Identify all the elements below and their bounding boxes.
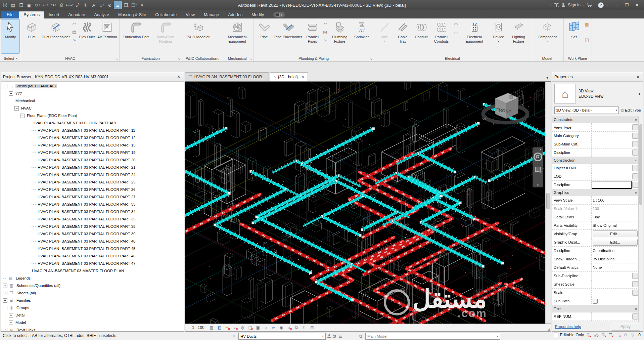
open-icon[interactable]: ❒ (17, 1, 25, 9)
property-value[interactable]: Show Original (592, 221, 639, 229)
active-workset-select[interactable]: HV-Ducts ▾ (238, 333, 326, 340)
collapse-icon[interactable]: − (14, 106, 19, 111)
panel-label-mechanical[interactable]: Mechanical↘ (222, 55, 253, 61)
parallel-conduits-button[interactable]: Parallel Conduits (431, 19, 452, 53)
component-button[interactable]: Component▾ (533, 19, 562, 53)
sign-in-dropdown-icon[interactable]: ▾ (583, 4, 585, 7)
analytical-model-off-icon[interactable]: ⊿✕ (286, 325, 292, 331)
ribbon-tab-modify[interactable]: Modify (247, 11, 268, 18)
switch-windows-icon[interactable]: ❏▾ (130, 1, 138, 9)
tree-item[interactable]: ▤Legends (1, 274, 184, 282)
collapse-icon[interactable]: − (26, 121, 30, 125)
ribbon-tab-manage[interactable]: Manage (199, 11, 223, 18)
tree-item[interactable]: HVAC PLAN- BASEMENT 03 PARTIAL FLOOR PAR… (1, 223, 184, 230)
viewport-scrollbar-thumb[interactable] (546, 193, 550, 209)
tree-item[interactable]: +Model (1, 319, 184, 326)
ribbon-tab-collaborate[interactable]: Collaborate (151, 11, 181, 18)
tree-item[interactable]: +??? (1, 90, 184, 97)
wire-button[interactable]: Wire▾ (375, 19, 394, 53)
dialog-launcher-icon[interactable]: ↘ (178, 57, 180, 61)
property-value[interactable] (592, 280, 632, 288)
expand-icon[interactable]: + (3, 328, 7, 332)
associate-parameter-button[interactable] (632, 313, 638, 320)
properties-title-bar[interactable]: Properties ✕ (552, 72, 643, 82)
project-browser-close-icon[interactable]: ✕ (176, 75, 182, 79)
property-value[interactable] (592, 312, 632, 321)
tree-item[interactable]: HVAC PLAN- BASEMENT 03 PARTIAL FLOOR PAR… (1, 141, 184, 149)
property-value[interactable]: None (592, 263, 639, 271)
multi-point-routing-button[interactable]: Multi-Point Routing (151, 19, 180, 53)
set-work-plane-button[interactable]: Set (565, 19, 583, 53)
scale-detail-level-icon[interactable]: ▦ (209, 325, 215, 331)
qat-customize-icon[interactable]: ▾ (138, 1, 146, 9)
property-value[interactable] (592, 164, 632, 172)
editable-dimension-icon[interactable]: ⤢✕ (593, 333, 599, 337)
collapse-icon[interactable]: − (3, 84, 7, 88)
tree-item[interactable]: HVAC PLAN- BASEMENT 03 PARTIAL FLOOR PAR… (1, 164, 184, 171)
temporary-view-properties-icon[interactable]: ⧉ (293, 325, 300, 331)
property-value[interactable] (592, 148, 632, 157)
expand-icon[interactable]: + (9, 91, 13, 96)
associate-parameter-button[interactable] (632, 150, 638, 156)
properties-help-link[interactable]: Properties help (555, 325, 581, 329)
expand-icon[interactable]: + (9, 313, 13, 317)
property-value[interactable] (592, 123, 632, 131)
tree-item[interactable]: −Floor Plans (EDC-Floor Plan) (1, 112, 184, 119)
filter-icon[interactable]: ▽ (630, 333, 636, 337)
ribbon-tab-insert[interactable]: Insert (44, 11, 63, 18)
restore-button[interactable]: ❐ (622, 1, 632, 9)
type-selector[interactable]: ⌂ 3D View EDC-3D View ▾ (552, 82, 643, 106)
conduit-button[interactable]: Conduit (412, 19, 430, 53)
aligned-dimension-icon[interactable]: ⤢ (74, 1, 81, 9)
sync-with-central-icon[interactable]: ⟳▾ (34, 1, 41, 9)
collapse-icon[interactable]: − (20, 114, 25, 118)
text-icon[interactable]: A (90, 1, 97, 9)
panel-label-fabrication[interactable]: Fabrication↘ (120, 55, 181, 61)
associate-parameter-button[interactable] (632, 281, 638, 287)
ribbon-tab-view[interactable]: View (181, 11, 199, 18)
tree-item[interactable]: HVAC PLAN- BASEMENT 03 PARTIAL FLOOR PAR… (1, 238, 184, 245)
collapse-icon[interactable]: − (9, 99, 13, 103)
editable-tag-icon[interactable]: ⌺✕ (600, 333, 606, 337)
search-icon[interactable] (554, 3, 559, 7)
panel-label-hvac[interactable]: HVAC↘ (21, 55, 119, 61)
type-combo[interactable]: 3D View: {3D - belal} ▾ (554, 107, 619, 114)
collapse-icon[interactable]: − (3, 306, 7, 310)
expand-icon[interactable]: + (3, 284, 7, 288)
fabrication-part-button[interactable]: Fabrication Part (121, 19, 150, 53)
property-value[interactable]: By Discipline (592, 255, 639, 263)
convert-to-flex-duct-icon[interactable]: ∿ (71, 36, 78, 43)
design-option-select[interactable]: Main Model ▾ (365, 333, 500, 340)
edit-button[interactable]: Edit... (593, 230, 638, 237)
parallel-pipes-button[interactable]: Parallel Pipes (304, 19, 322, 53)
resize-grip-icon[interactable]: ◢ (547, 327, 550, 331)
account-icon[interactable] (562, 3, 565, 7)
tree-item[interactable]: HVAC PLAN-BASEMENT 03 MASTER FLOOR PLAN (1, 267, 184, 274)
print-icon[interactable]: ⎙ (58, 1, 65, 9)
device-button[interactable]: Device▾ (490, 19, 508, 53)
temporary-hide-isolate-icon[interactable]: ∞ (270, 325, 277, 331)
tree-item[interactable]: HVAC PLAN- BASEMENT 03 PARTIAL FLOOR PAR… (1, 134, 184, 141)
section-header-construction[interactable]: Construction« (552, 157, 639, 164)
pipe-placeholder-button[interactable]: Pipe Placeholder (274, 19, 303, 53)
help-icon[interactable]: ? (598, 2, 604, 8)
tree-item[interactable]: HVAC PLAN- BASEMENT 03 PARTIAL FLOOR PAR… (1, 260, 184, 267)
close-button[interactable]: ✕ (632, 1, 642, 9)
lighting-fixture-button[interactable]: Lighting Fixture (508, 19, 530, 53)
view-cube[interactable]: W S E N FRONT (480, 88, 531, 128)
tree-item[interactable]: HVAC PLAN- BASEMENT 03 PARTIAL FLOOR PAR… (1, 252, 184, 260)
collapse-search-icon[interactable]: ‹ (550, 3, 551, 7)
locked-3d-view-icon[interactable]: ⌂ (263, 325, 269, 331)
default-3d-view-icon[interactable]: ⌂▾ (98, 1, 105, 9)
tree-item[interactable]: HVAC PLAN- BASEMENT 03 PARTIAL FLOOR PAR… (1, 127, 184, 134)
editable-element-icon[interactable]: ❒✕ (608, 333, 613, 337)
edit-type-button[interactable]: ⧉ Edit Type (621, 108, 641, 113)
view-tab-inactive[interactable]: ❐HVAC PLAN- BASEMENT 03 FLOOR... (185, 72, 269, 81)
dialog-launcher-icon[interactable]: ↘ (370, 57, 372, 61)
editable-move-icon[interactable]: ⊹✕ (615, 333, 621, 337)
visual-style-icon[interactable]: ◧ (216, 325, 223, 331)
ref-plane-icon[interactable]: ⬚ (584, 29, 590, 35)
navigation-bar-close-icon[interactable]: ✕ (538, 147, 543, 151)
tree-item[interactable]: HVAC PLAN- BASEMENT 03 PARTIAL FLOOR PAR… (1, 230, 184, 238)
ribbon-tab-annotate[interactable]: Annotate (64, 11, 89, 18)
